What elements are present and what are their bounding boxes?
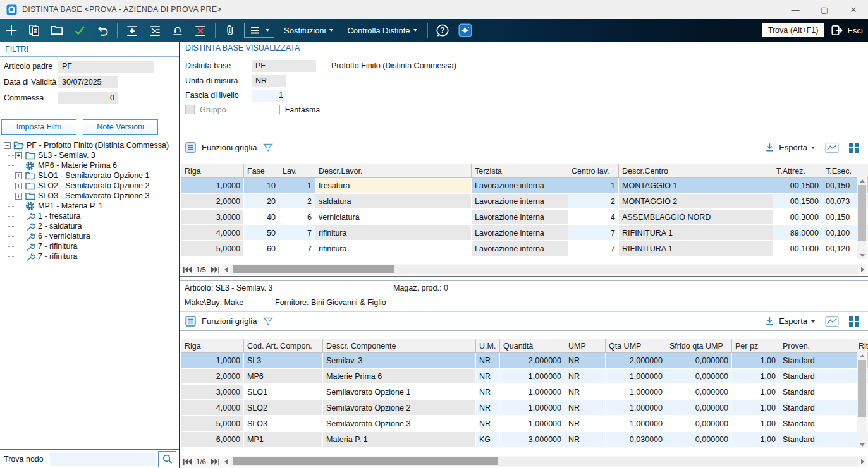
grid-cell[interactable]: 2,0000 bbox=[181, 193, 244, 209]
grid-cell[interactable]: MP6 bbox=[244, 368, 323, 384]
trova-shortcut-button[interactable]: Trova (Alt+F1) bbox=[762, 23, 824, 37]
grid-cell[interactable]: 1 bbox=[568, 178, 619, 194]
help-icon[interactable]: ? bbox=[432, 21, 453, 40]
grid-cell[interactable]: NR bbox=[565, 368, 606, 384]
column-header[interactable]: UMP bbox=[565, 339, 606, 353]
grid-cell[interactable]: fresatura bbox=[315, 178, 472, 194]
grid-cell[interactable]: 0,030000 bbox=[606, 431, 666, 447]
ai-assistant-icon[interactable] bbox=[455, 21, 476, 40]
column-header[interactable]: Descr.Lavor. bbox=[315, 164, 472, 178]
tree-item[interactable]: 2 - saldatura bbox=[4, 221, 177, 231]
grid-cell[interactable]: 6 bbox=[279, 209, 315, 225]
grid-cell[interactable]: SLO2 bbox=[244, 400, 323, 416]
undo-icon[interactable] bbox=[92, 21, 113, 40]
fantasma-checkbox[interactable] bbox=[271, 105, 280, 114]
tree-item[interactable]: MP1 - Materia P. 1 bbox=[4, 201, 177, 211]
grid-cell[interactable]: 1,00 bbox=[732, 353, 779, 369]
esporta-button[interactable]: Esporta bbox=[764, 316, 815, 327]
distinta-base-field[interactable]: PF bbox=[252, 60, 316, 72]
data-validita-field[interactable]: 30/07/2025 bbox=[58, 76, 118, 88]
scroll-right-icon[interactable] bbox=[861, 459, 864, 464]
grid-cell[interactable]: NR bbox=[476, 368, 500, 384]
tree-item[interactable]: 6 - verniciatura bbox=[4, 231, 177, 241]
tree-item[interactable]: MP6 - Materie Prima 6 bbox=[4, 160, 177, 171]
grid-cell[interactable]: 4 bbox=[568, 209, 619, 225]
column-header[interactable]: Terzista bbox=[472, 164, 568, 178]
grid-cell[interactable]: RIFINITURA 1 bbox=[619, 241, 773, 256]
restore-row-icon[interactable] bbox=[167, 21, 188, 40]
grid-cell[interactable]: 1,0000 bbox=[181, 178, 244, 194]
grid-row[interactable]: 2,0000202saldaturaLavorazione interna2MO… bbox=[181, 193, 868, 209]
grid-cell[interactable]: NR bbox=[565, 431, 606, 447]
column-header[interactable]: Quantità bbox=[500, 339, 565, 353]
esci-button[interactable]: Esci bbox=[830, 23, 863, 37]
grid-cell[interactable]: 2,000000 bbox=[606, 353, 666, 369]
tree-item[interactable]: +SLO2 - Semilavorato Opzione 2 bbox=[4, 181, 177, 191]
insert-rows-icon[interactable] bbox=[144, 21, 166, 40]
filter-funnel-icon[interactable] bbox=[262, 316, 274, 327]
chart-icon[interactable] bbox=[825, 142, 839, 153]
confirm-check-icon[interactable] bbox=[69, 21, 90, 40]
column-header[interactable]: Lav. bbox=[279, 164, 315, 178]
grid-cell[interactable]: 89,0000 bbox=[773, 225, 822, 241]
collapse-icon[interactable]: − bbox=[4, 142, 11, 149]
expand-icon[interactable]: + bbox=[15, 193, 22, 200]
grid-row[interactable]: 5,0000607rifinituraLavorazione interna7R… bbox=[181, 241, 868, 256]
tree-item[interactable]: 7 - rifinitura bbox=[4, 251, 177, 261]
scroll-up-icon[interactable] bbox=[860, 179, 865, 183]
first-page-icon[interactable] bbox=[180, 457, 194, 466]
close-icon[interactable]: ✕ bbox=[839, 0, 868, 19]
grid-cell[interactable]: 1,00 bbox=[732, 400, 779, 416]
grid-cell[interactable]: NR bbox=[476, 353, 500, 369]
grid-cell[interactable]: 1,00 bbox=[732, 416, 779, 431]
column-header[interactable]: Descr. Componente bbox=[323, 339, 476, 353]
grid-cell[interactable]: ASSEMBLAGGIO NORD bbox=[619, 209, 773, 225]
grid-cell[interactable]: SLO1 bbox=[244, 384, 323, 400]
grid-cell[interactable]: 0,000000 bbox=[666, 384, 732, 400]
grid-cell[interactable]: 1,0000 bbox=[181, 353, 244, 369]
maximize-icon[interactable]: ▢ bbox=[810, 0, 839, 19]
grid-cell[interactable]: 1,000000 bbox=[500, 384, 565, 400]
grid-cell[interactable]: 0,000000 bbox=[666, 416, 732, 431]
copy-icon[interactable] bbox=[23, 21, 45, 40]
scrollbar-thumb[interactable] bbox=[233, 457, 498, 465]
grid-row[interactable]: 3,0000SLO1Semilavorato Opzione 1NR1,0000… bbox=[181, 384, 868, 400]
grid-row[interactable]: 1,0000101fresaturaLavorazione interna1MO… bbox=[181, 178, 868, 194]
grid-cell[interactable]: Semilav. 3 bbox=[323, 353, 476, 369]
grid-cell[interactable]: 50 bbox=[244, 225, 279, 241]
grid-cell[interactable]: 0,000000 bbox=[666, 353, 732, 369]
grid-row[interactable]: 6,0000MP1Materia P. 1KG3,000000NR0,03000… bbox=[181, 431, 868, 447]
funzioni-griglia-label[interactable]: Funzioni griglia bbox=[202, 143, 257, 152]
grid-cell[interactable]: SLO3 bbox=[244, 416, 323, 431]
scrollbar-thumb[interactable] bbox=[858, 185, 866, 241]
filter-funnel-icon[interactable] bbox=[262, 142, 274, 153]
grid-cell[interactable]: SL3 bbox=[244, 353, 323, 369]
grid-cell[interactable]: Semilavorato Opzione 2 bbox=[323, 400, 476, 416]
expand-icon[interactable]: + bbox=[15, 172, 22, 179]
grid-cell[interactable]: Lavorazione interna bbox=[472, 193, 568, 209]
column-header[interactable]: Fase bbox=[244, 164, 279, 178]
grid-row[interactable]: 5,0000SLO3Semilavorato Opzione 3NR1,0000… bbox=[181, 416, 868, 431]
grid-cell[interactable]: NR bbox=[476, 384, 500, 400]
grid-cell[interactable]: 7 bbox=[568, 241, 619, 256]
grid-row[interactable]: 1,0000SL3Semilav. 3NR2,000000NR2,0000000… bbox=[181, 353, 868, 369]
grid-functions-icon[interactable] bbox=[185, 142, 196, 153]
delete-row-icon[interactable] bbox=[190, 21, 211, 40]
grid-row[interactable]: 4,0000507rifinituraLavorazione interna7R… bbox=[181, 225, 868, 241]
tree-item[interactable]: +SL3 - Semilav. 3 bbox=[4, 150, 177, 160]
grid-row[interactable]: 3,0000406verniciaturaLavorazione interna… bbox=[181, 209, 868, 225]
scroll-down-icon[interactable] bbox=[860, 443, 865, 447]
grid-cell[interactable]: 1,000000 bbox=[500, 416, 565, 431]
grid-functions-icon[interactable] bbox=[185, 316, 196, 327]
column-header[interactable]: U.M. bbox=[476, 339, 500, 353]
grid-cell[interactable]: 00,1500 bbox=[773, 178, 822, 194]
grid2-vertical-scrollbar[interactable] bbox=[857, 352, 867, 448]
grid-cell[interactable]: 6,0000 bbox=[181, 431, 244, 447]
grid-cell[interactable]: 1,00 bbox=[732, 384, 779, 400]
scroll-left-icon[interactable] bbox=[224, 459, 228, 464]
last-page-icon[interactable] bbox=[208, 265, 222, 274]
grid-cell[interactable]: 5,0000 bbox=[181, 241, 244, 256]
grid-cell[interactable]: 0,000000 bbox=[666, 368, 732, 384]
grid-cell[interactable]: Standard bbox=[779, 384, 855, 400]
scroll-up-icon[interactable] bbox=[860, 354, 865, 357]
